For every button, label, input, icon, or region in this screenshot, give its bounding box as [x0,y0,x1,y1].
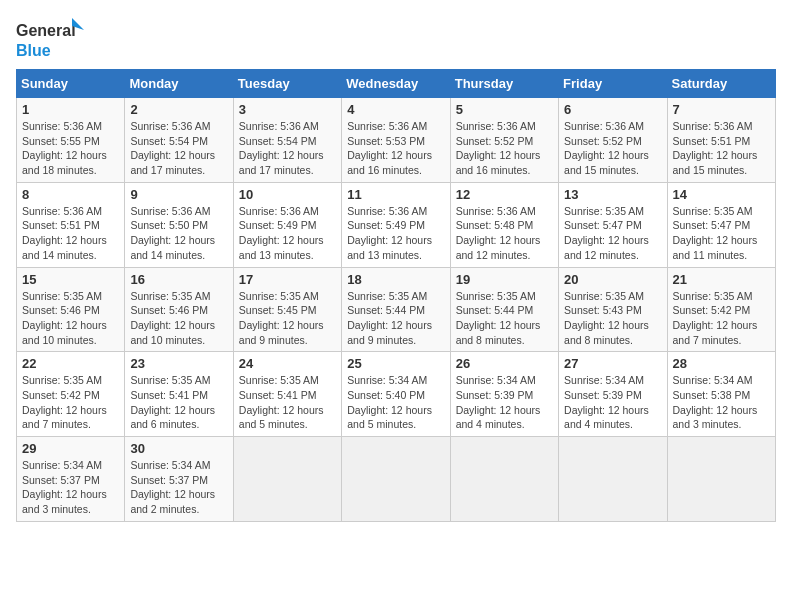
day-detail: Sunrise: 5:36 AM Sunset: 5:53 PM Dayligh… [347,119,444,178]
day-number: 11 [347,187,444,202]
calendar-cell: 9Sunrise: 5:36 AM Sunset: 5:50 PM Daylig… [125,182,233,267]
day-number: 18 [347,272,444,287]
calendar-cell: 27Sunrise: 5:34 AM Sunset: 5:39 PM Dayli… [559,352,667,437]
day-number: 8 [22,187,119,202]
calendar-cell [667,437,775,522]
day-detail: Sunrise: 5:35 AM Sunset: 5:45 PM Dayligh… [239,289,336,348]
calendar-cell: 1Sunrise: 5:36 AM Sunset: 5:55 PM Daylig… [17,98,125,183]
calendar-cell: 12Sunrise: 5:36 AM Sunset: 5:48 PM Dayli… [450,182,558,267]
day-detail: Sunrise: 5:35 AM Sunset: 5:41 PM Dayligh… [130,373,227,432]
day-number: 21 [673,272,770,287]
day-number: 3 [239,102,336,117]
day-detail: Sunrise: 5:35 AM Sunset: 5:47 PM Dayligh… [673,204,770,263]
calendar-cell: 30Sunrise: 5:34 AM Sunset: 5:37 PM Dayli… [125,437,233,522]
calendar-cell: 10Sunrise: 5:36 AM Sunset: 5:49 PM Dayli… [233,182,341,267]
day-detail: Sunrise: 5:34 AM Sunset: 5:39 PM Dayligh… [564,373,661,432]
day-detail: Sunrise: 5:36 AM Sunset: 5:54 PM Dayligh… [130,119,227,178]
calendar-cell: 2Sunrise: 5:36 AM Sunset: 5:54 PM Daylig… [125,98,233,183]
week-row-2: 8Sunrise: 5:36 AM Sunset: 5:51 PM Daylig… [17,182,776,267]
logo: GeneralBlue [16,16,86,61]
calendar-cell: 11Sunrise: 5:36 AM Sunset: 5:49 PM Dayli… [342,182,450,267]
day-number: 24 [239,356,336,371]
calendar-cell: 19Sunrise: 5:35 AM Sunset: 5:44 PM Dayli… [450,267,558,352]
header-cell-friday: Friday [559,70,667,98]
day-detail: Sunrise: 5:35 AM Sunset: 5:41 PM Dayligh… [239,373,336,432]
day-number: 22 [22,356,119,371]
calendar-body: 1Sunrise: 5:36 AM Sunset: 5:55 PM Daylig… [17,98,776,522]
day-detail: Sunrise: 5:35 AM Sunset: 5:47 PM Dayligh… [564,204,661,263]
day-detail: Sunrise: 5:35 AM Sunset: 5:42 PM Dayligh… [22,373,119,432]
day-detail: Sunrise: 5:35 AM Sunset: 5:46 PM Dayligh… [130,289,227,348]
day-number: 15 [22,272,119,287]
day-detail: Sunrise: 5:34 AM Sunset: 5:37 PM Dayligh… [130,458,227,517]
day-number: 28 [673,356,770,371]
calendar-cell [233,437,341,522]
day-number: 27 [564,356,661,371]
header-cell-tuesday: Tuesday [233,70,341,98]
calendar-cell: 14Sunrise: 5:35 AM Sunset: 5:47 PM Dayli… [667,182,775,267]
day-number: 2 [130,102,227,117]
day-detail: Sunrise: 5:34 AM Sunset: 5:40 PM Dayligh… [347,373,444,432]
day-number: 10 [239,187,336,202]
day-number: 14 [673,187,770,202]
calendar-cell: 23Sunrise: 5:35 AM Sunset: 5:41 PM Dayli… [125,352,233,437]
day-number: 1 [22,102,119,117]
day-number: 5 [456,102,553,117]
header-cell-saturday: Saturday [667,70,775,98]
week-row-1: 1Sunrise: 5:36 AM Sunset: 5:55 PM Daylig… [17,98,776,183]
calendar-cell: 26Sunrise: 5:34 AM Sunset: 5:39 PM Dayli… [450,352,558,437]
calendar-cell: 22Sunrise: 5:35 AM Sunset: 5:42 PM Dayli… [17,352,125,437]
calendar-cell [342,437,450,522]
day-number: 16 [130,272,227,287]
day-number: 17 [239,272,336,287]
day-detail: Sunrise: 5:36 AM Sunset: 5:54 PM Dayligh… [239,119,336,178]
day-detail: Sunrise: 5:36 AM Sunset: 5:55 PM Dayligh… [22,119,119,178]
calendar-cell: 28Sunrise: 5:34 AM Sunset: 5:38 PM Dayli… [667,352,775,437]
calendar-cell: 13Sunrise: 5:35 AM Sunset: 5:47 PM Dayli… [559,182,667,267]
calendar-cell [450,437,558,522]
header-cell-sunday: Sunday [17,70,125,98]
calendar-cell: 29Sunrise: 5:34 AM Sunset: 5:37 PM Dayli… [17,437,125,522]
day-detail: Sunrise: 5:36 AM Sunset: 5:52 PM Dayligh… [564,119,661,178]
header-cell-monday: Monday [125,70,233,98]
day-detail: Sunrise: 5:36 AM Sunset: 5:52 PM Dayligh… [456,119,553,178]
calendar-table: SundayMondayTuesdayWednesdayThursdayFrid… [16,69,776,522]
week-row-5: 29Sunrise: 5:34 AM Sunset: 5:37 PM Dayli… [17,437,776,522]
day-number: 23 [130,356,227,371]
day-number: 29 [22,441,119,456]
day-number: 6 [564,102,661,117]
day-detail: Sunrise: 5:36 AM Sunset: 5:50 PM Dayligh… [130,204,227,263]
day-number: 4 [347,102,444,117]
day-detail: Sunrise: 5:36 AM Sunset: 5:49 PM Dayligh… [347,204,444,263]
svg-text:Blue: Blue [16,42,51,59]
calendar-cell: 7Sunrise: 5:36 AM Sunset: 5:51 PM Daylig… [667,98,775,183]
day-number: 20 [564,272,661,287]
day-detail: Sunrise: 5:36 AM Sunset: 5:49 PM Dayligh… [239,204,336,263]
logo-svg: GeneralBlue [16,16,86,61]
day-detail: Sunrise: 5:35 AM Sunset: 5:44 PM Dayligh… [456,289,553,348]
day-number: 13 [564,187,661,202]
day-number: 9 [130,187,227,202]
week-row-4: 22Sunrise: 5:35 AM Sunset: 5:42 PM Dayli… [17,352,776,437]
day-detail: Sunrise: 5:34 AM Sunset: 5:39 PM Dayligh… [456,373,553,432]
calendar-cell: 3Sunrise: 5:36 AM Sunset: 5:54 PM Daylig… [233,98,341,183]
day-number: 26 [456,356,553,371]
calendar-cell: 8Sunrise: 5:36 AM Sunset: 5:51 PM Daylig… [17,182,125,267]
day-detail: Sunrise: 5:35 AM Sunset: 5:44 PM Dayligh… [347,289,444,348]
header-cell-wednesday: Wednesday [342,70,450,98]
calendar-cell [559,437,667,522]
day-detail: Sunrise: 5:36 AM Sunset: 5:51 PM Dayligh… [673,119,770,178]
calendar-cell: 15Sunrise: 5:35 AM Sunset: 5:46 PM Dayli… [17,267,125,352]
calendar-cell: 25Sunrise: 5:34 AM Sunset: 5:40 PM Dayli… [342,352,450,437]
calendar-cell: 20Sunrise: 5:35 AM Sunset: 5:43 PM Dayli… [559,267,667,352]
day-detail: Sunrise: 5:34 AM Sunset: 5:38 PM Dayligh… [673,373,770,432]
day-detail: Sunrise: 5:35 AM Sunset: 5:43 PM Dayligh… [564,289,661,348]
day-number: 12 [456,187,553,202]
calendar-cell: 18Sunrise: 5:35 AM Sunset: 5:44 PM Dayli… [342,267,450,352]
day-number: 30 [130,441,227,456]
header: GeneralBlue [16,16,776,61]
calendar-header: SundayMondayTuesdayWednesdayThursdayFrid… [17,70,776,98]
day-detail: Sunrise: 5:36 AM Sunset: 5:48 PM Dayligh… [456,204,553,263]
day-number: 7 [673,102,770,117]
day-number: 19 [456,272,553,287]
